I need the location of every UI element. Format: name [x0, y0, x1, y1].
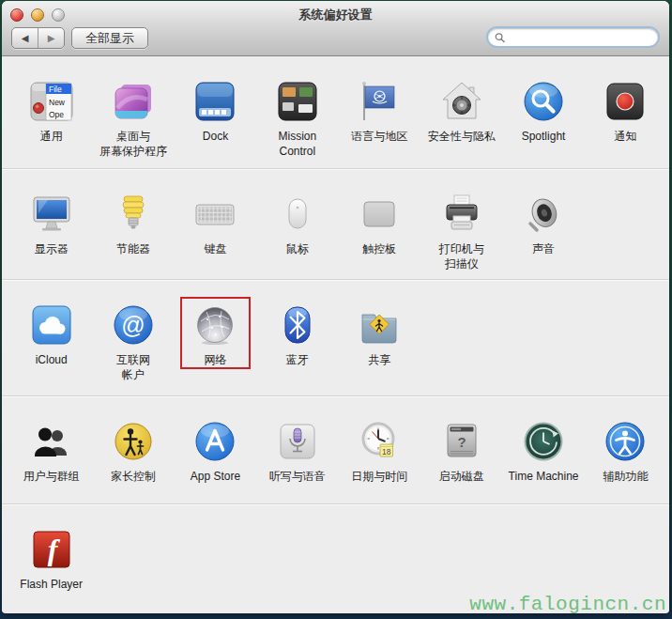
pref-item-parental-controls[interactable]: 家长控制: [92, 419, 174, 484]
pref-item-label: 家长控制: [92, 469, 174, 484]
calendar-date: 18: [382, 447, 391, 457]
pref-item-app-store[interactable]: App Store: [175, 419, 256, 484]
pref-item-icloud[interactable]: iCloud: [10, 302, 92, 367]
security-privacy-icon: [439, 79, 484, 124]
language-region-icon: [357, 79, 402, 124]
nav-buttons: ◀ ▶: [11, 27, 65, 49]
window-chrome: 系统偏好设置 ◀ ▶ 全部显示: [2, 1, 669, 56]
pref-item-label: iCloud: [10, 352, 92, 367]
pref-row-1: File New Ope 通用: [2, 56, 669, 168]
svg-text:New: New: [49, 98, 66, 107]
keyboard-icon: [192, 192, 237, 237]
pref-item-label: 蓝牙: [256, 352, 338, 367]
sharing-icon: [357, 302, 402, 348]
pref-item-general[interactable]: File New Ope 通用: [10, 79, 92, 144]
mouse-icon: [275, 192, 320, 237]
pref-item-label: 启动磁盘: [420, 469, 502, 484]
bluetooth-icon: [275, 302, 320, 348]
general-icon: File New Ope: [29, 79, 74, 124]
pref-item-label: 互联网 帐户: [92, 352, 174, 382]
pref-item-keyboard[interactable]: 键盘: [175, 192, 256, 256]
icloud-icon: [29, 302, 74, 348]
pref-item-energy-saver[interactable]: 节能器: [92, 192, 174, 256]
pref-item-label: 显示器: [10, 241, 92, 256]
pref-item-dock[interactable]: Dock: [175, 79, 256, 144]
pref-row-2: 显示器 节能器: [2, 168, 669, 279]
pref-item-notifications[interactable]: 通知: [585, 79, 666, 144]
back-button[interactable]: ◀: [12, 28, 38, 48]
show-all-button[interactable]: 全部显示: [71, 27, 148, 49]
notifications-icon: [603, 79, 648, 124]
question-glyph: ?: [457, 434, 466, 450]
displays-icon: [29, 192, 74, 237]
pref-item-label: 通用: [10, 129, 92, 144]
pref-item-accessibility[interactable]: 辅助功能: [585, 419, 666, 484]
pref-item-label: 桌面与 屏幕保护程序: [92, 129, 174, 159]
pref-item-network[interactable]: 网络: [175, 302, 256, 367]
search-icon: [495, 32, 505, 43]
pref-item-label: 共享: [339, 352, 420, 367]
pref-item-label: Mission Control: [256, 129, 338, 159]
window-title: 系统偏好设置: [2, 7, 669, 23]
pref-item-desktop-screensaver[interactable]: 桌面与 屏幕保护程序: [92, 79, 174, 159]
trackpad-icon: [357, 192, 402, 237]
pref-item-label: Dock: [175, 129, 256, 144]
pref-item-label: Spotlight: [502, 129, 584, 144]
dock-icon: [192, 79, 237, 124]
pref-row-4: 用户与群组 家长控制: [2, 395, 669, 503]
pref-item-bluetooth[interactable]: 蓝牙: [256, 302, 338, 367]
app-store-icon: [192, 419, 237, 464]
titlebar[interactable]: 系统偏好设置: [2, 1, 669, 24]
pref-item-security-privacy[interactable]: 安全性与隐私: [420, 79, 502, 144]
pref-item-trackpad[interactable]: 触控板: [339, 192, 420, 256]
pref-item-label: 节能器: [92, 241, 174, 256]
pref-item-label: 听写与语音: [256, 469, 338, 484]
pref-item-flash-player[interactable]: f Flash Player: [10, 527, 92, 592]
spotlight-icon: [521, 79, 566, 124]
pref-item-label: 安全性与隐私: [420, 129, 502, 144]
pref-item-label: 辅助功能: [585, 469, 666, 484]
flash-player-icon: f: [29, 527, 74, 572]
pref-item-label: 用户与群组: [10, 469, 92, 484]
pref-item-label: 打印机与 扫描仪: [420, 241, 502, 271]
pref-item-label: Time Machine: [502, 469, 584, 484]
desktop-screensaver-icon: [111, 79, 156, 124]
pref-row-3: iCloud @ 互联网 帐户: [2, 279, 669, 395]
pref-item-date-time[interactable]: 18 日期与时间: [339, 419, 420, 484]
pref-item-label: 声音: [502, 241, 584, 256]
pref-item-time-machine[interactable]: Time Machine: [502, 419, 584, 484]
pref-item-label: Flash Player: [10, 577, 92, 592]
sound-icon: [521, 192, 566, 237]
forward-button[interactable]: ▶: [38, 28, 64, 48]
pref-item-users-groups[interactable]: 用户与群组: [10, 419, 92, 484]
system-preferences-window: 系统偏好设置 ◀ ▶ 全部显示: [2, 1, 669, 612]
pref-item-printers-scanners[interactable]: 打印机与 扫描仪: [420, 192, 502, 271]
printers-scanners-icon: [439, 192, 484, 237]
pref-item-label: 触控板: [339, 241, 420, 256]
search-input[interactable]: [505, 30, 658, 44]
pref-item-sharing[interactable]: 共享: [339, 302, 420, 367]
pref-item-displays[interactable]: 显示器: [10, 192, 92, 256]
watermark-text: www.falogincn.cn: [469, 594, 666, 615]
mission-control-icon: [275, 79, 320, 124]
search-field[interactable]: [486, 26, 660, 48]
pref-item-sound[interactable]: 声音: [502, 192, 584, 256]
general-menu-title: File: [49, 85, 62, 94]
pref-item-label: 键盘: [175, 241, 256, 256]
parental-controls-icon: [111, 419, 156, 464]
accessibility-icon: [603, 419, 648, 464]
pref-item-mouse[interactable]: 鼠标: [256, 192, 338, 256]
pref-item-spotlight[interactable]: Spotlight: [502, 79, 584, 144]
pref-item-startup-disk[interactable]: ? 启动磁盘: [420, 419, 502, 484]
pref-item-language-region[interactable]: 语言与地区: [339, 79, 420, 144]
pref-item-label: 语言与地区: [339, 129, 420, 144]
pref-item-label: 通知: [585, 129, 666, 144]
users-groups-icon: [29, 419, 74, 464]
internet-accounts-icon: @: [111, 302, 156, 348]
pref-item-mission-control[interactable]: Mission Control: [256, 79, 338, 159]
pref-item-dictation-speech[interactable]: 听写与语音: [256, 419, 338, 484]
dictation-speech-icon: [275, 419, 320, 464]
at-glyph: @: [121, 312, 145, 338]
pref-item-label: 网络: [175, 352, 256, 367]
pref-item-internet-accounts[interactable]: @ 互联网 帐户: [92, 302, 174, 382]
